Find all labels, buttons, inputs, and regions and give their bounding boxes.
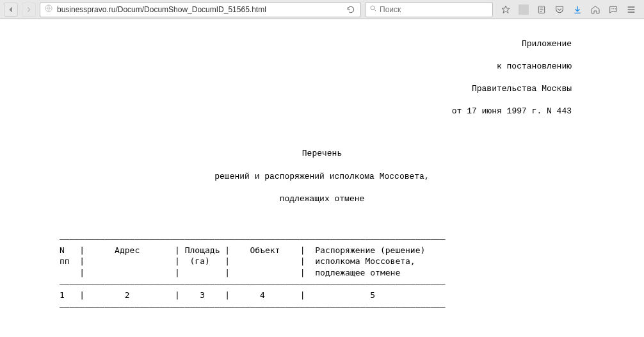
menu-icon[interactable] bbox=[626, 4, 636, 15]
svg-point-5 bbox=[615, 8, 616, 9]
search-bar[interactable] bbox=[365, 2, 493, 17]
arrow-left-icon bbox=[6, 5, 15, 14]
browser-toolbar bbox=[0, 0, 644, 19]
home-icon[interactable] bbox=[590, 4, 600, 15]
url-bar[interactable] bbox=[40, 2, 361, 17]
appendix-line-2: к постановлению bbox=[34, 61, 610, 72]
arrow-right-icon bbox=[24, 5, 33, 14]
forward-button[interactable] bbox=[22, 3, 36, 17]
pocket-icon[interactable] bbox=[554, 4, 565, 15]
appendix-line-1: Приложение bbox=[34, 38, 610, 50]
title-line-2: решений и распоряжений исполкома Моссове… bbox=[34, 171, 610, 183]
chat-icon[interactable] bbox=[608, 4, 618, 15]
toolbar-icons bbox=[497, 4, 640, 15]
search-input[interactable] bbox=[380, 5, 488, 14]
reload-button[interactable] bbox=[345, 5, 357, 14]
title-line-1: Перечень bbox=[34, 148, 610, 160]
back-button[interactable] bbox=[4, 3, 18, 17]
url-input[interactable] bbox=[57, 3, 341, 17]
reader-icon[interactable] bbox=[536, 4, 547, 15]
table-grid: ————————————————————————————————————————… bbox=[60, 233, 610, 312]
search-icon bbox=[369, 4, 377, 14]
reload-icon bbox=[346, 5, 355, 14]
svg-point-1 bbox=[371, 6, 374, 10]
document-body: Приложение к постановлению Правительства… bbox=[34, 19, 610, 337]
divider bbox=[519, 4, 529, 15]
appendix-line-4: от 17 июня 1997 г. N 443 bbox=[34, 106, 610, 117]
bookmark-star-icon[interactable] bbox=[501, 4, 511, 15]
globe-icon bbox=[44, 4, 53, 15]
appendix-line-3: Правительства Москвы bbox=[34, 83, 610, 95]
svg-point-4 bbox=[613, 8, 614, 9]
title-line-3: подлежащих отмене bbox=[34, 193, 610, 205]
svg-point-3 bbox=[611, 8, 612, 9]
download-icon[interactable] bbox=[572, 4, 583, 15]
page-viewport[interactable]: Приложение к постановлению Правительства… bbox=[0, 19, 644, 337]
